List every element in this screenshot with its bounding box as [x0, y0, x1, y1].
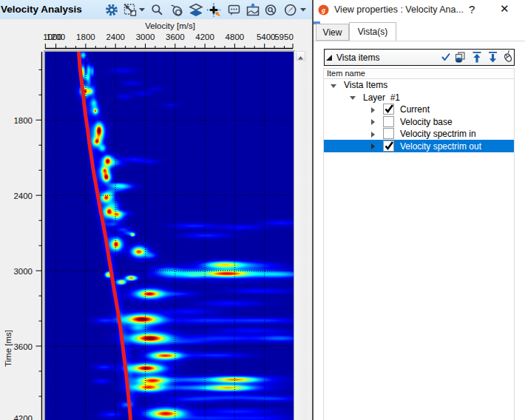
svg-text:g: g	[321, 6, 325, 14]
